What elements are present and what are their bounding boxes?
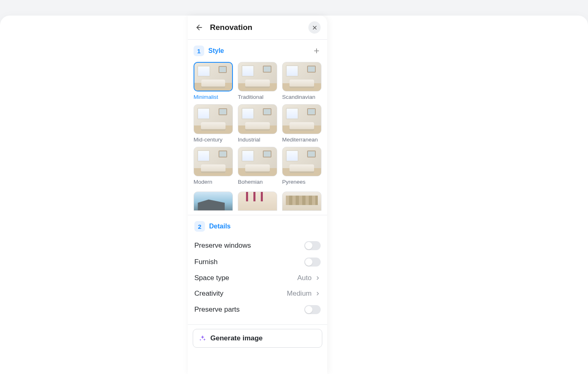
creativity-row[interactable]: Creativity Medium	[194, 286, 321, 301]
style-label: Modern	[194, 179, 233, 185]
style-thumb	[238, 192, 277, 211]
style-option-traditional[interactable]: Traditional	[238, 62, 277, 100]
style-option-mid-century[interactable]: Mid-century	[194, 104, 233, 142]
style-label: Bohemian	[238, 179, 277, 185]
creativity-select[interactable]: Medium	[287, 290, 321, 298]
style-row-partial	[194, 192, 321, 211]
chevron-right-icon	[315, 275, 321, 281]
style-grid: Minimalist Traditional Scandinavian Mid-…	[194, 62, 321, 187]
panel-body: 1 Style Minimalist Traditional Scandinav	[188, 40, 327, 374]
style-thumb	[282, 104, 321, 134]
style-thumb	[194, 104, 233, 134]
chevron-right-icon	[315, 291, 321, 296]
style-label: Pyrenees	[282, 179, 321, 185]
style-option-extra-2[interactable]	[238, 192, 277, 211]
creativity-value: Medium	[287, 290, 312, 298]
panel-title: Renovation	[210, 23, 303, 32]
furnish-toggle[interactable]	[304, 258, 321, 267]
style-option-extra-3[interactable]	[282, 192, 321, 211]
space-type-select[interactable]: Auto	[297, 274, 321, 282]
style-label: Minimalist	[194, 94, 233, 100]
plus-icon	[313, 47, 320, 55]
space-type-label: Space type	[194, 274, 229, 282]
details-section: 2 Details Preserve windows Furnish Space…	[188, 215, 327, 322]
close-button[interactable]	[308, 21, 321, 34]
style-thumb	[194, 62, 233, 91]
style-option-scandinavian[interactable]: Scandinavian	[282, 62, 321, 100]
style-thumb	[194, 192, 233, 211]
furnish-row: Furnish	[194, 254, 321, 270]
sparkle-icon	[199, 335, 206, 342]
style-thumb	[282, 147, 321, 176]
style-option-pyrenees[interactable]: Pyrenees	[282, 147, 321, 185]
style-option-modern[interactable]: Modern	[194, 147, 233, 185]
close-icon	[312, 25, 318, 31]
style-thumb	[238, 62, 277, 91]
add-style-button[interactable]	[312, 46, 321, 56]
space-type-row[interactable]: Space type Auto	[194, 270, 321, 286]
style-thumb	[238, 104, 277, 134]
preserve-parts-label: Preserve parts	[194, 306, 240, 314]
space-type-value: Auto	[297, 274, 312, 282]
style-thumb	[194, 147, 233, 176]
style-step-number: 1	[194, 46, 204, 56]
creativity-label: Creativity	[194, 290, 223, 298]
details-step-label: Details	[209, 223, 321, 230]
style-thumb	[282, 192, 321, 211]
preserve-parts-toggle[interactable]	[304, 305, 321, 314]
style-step-label: Style	[208, 47, 308, 55]
details-step-number: 2	[194, 221, 205, 232]
style-option-mediterranean[interactable]: Mediterranean	[282, 104, 321, 142]
style-section-header: 1 Style	[194, 46, 321, 56]
style-thumb	[282, 62, 321, 91]
arrow-left-icon	[195, 23, 203, 32]
panel-header: Renovation	[188, 16, 327, 40]
style-label: Mediterranean	[282, 137, 321, 143]
details-section-header: 2 Details	[194, 221, 321, 232]
style-label: Scandinavian	[282, 94, 321, 100]
renovation-panel: Renovation 1 Style Minimalist Trad	[188, 16, 327, 374]
generate-section: Generate image	[188, 324, 327, 348]
style-label: Industrial	[238, 137, 277, 143]
style-label: Traditional	[238, 94, 277, 100]
style-section: 1 Style Minimalist Traditional Scandinav	[188, 40, 327, 211]
preserve-windows-label: Preserve windows	[194, 242, 251, 250]
style-option-industrial[interactable]: Industrial	[238, 104, 277, 142]
style-option-minimalist[interactable]: Minimalist	[194, 62, 233, 100]
preserve-windows-toggle[interactable]	[304, 241, 321, 250]
style-thumb	[238, 147, 277, 176]
preserve-windows-row: Preserve windows	[194, 237, 321, 254]
furnish-label: Furnish	[194, 258, 218, 266]
style-label: Mid-century	[194, 137, 233, 143]
generate-image-label: Generate image	[210, 334, 263, 342]
style-option-extra-1[interactable]	[194, 192, 233, 211]
preserve-parts-row: Preserve parts	[194, 301, 321, 318]
style-option-bohemian[interactable]: Bohemian	[238, 147, 277, 185]
generate-image-button[interactable]: Generate image	[193, 329, 322, 348]
back-button[interactable]	[194, 22, 205, 33]
